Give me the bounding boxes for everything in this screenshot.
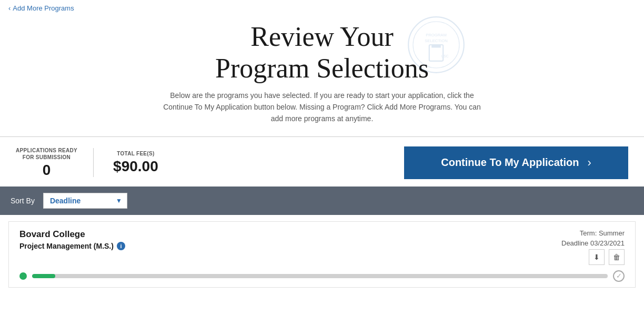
fee-value: $90.00 xyxy=(109,158,162,175)
heading-area: PROGRAM SELECTION USC Review Your Progra… xyxy=(0,16,644,134)
download-button[interactable]: ⬇ xyxy=(589,249,605,265)
progress-dot xyxy=(19,272,27,280)
ready-value: 0 xyxy=(16,162,77,179)
title-line1: Review Your xyxy=(250,22,394,52)
subtitle-content: Below are the programs you have selected… xyxy=(163,91,481,123)
add-more-programs-link[interactable]: ‹ Add More Programs xyxy=(8,4,74,12)
card-top: Bovard College Project Management (M.S.)… xyxy=(19,229,625,265)
stats-bar: APPLICATIONS READY FOR SUBMISSION 0 TOTA… xyxy=(0,139,644,187)
progress-track xyxy=(32,274,608,278)
program-name: Project Management (M.S.) i xyxy=(19,242,125,250)
program-term: Term: Summer xyxy=(561,229,625,237)
sort-select[interactable]: Deadline College Name Program Name xyxy=(43,193,127,209)
sort-bar: Sort By Deadline College Name Program Na… xyxy=(0,187,644,215)
program-deadline: Deadline 03/23/2021 xyxy=(561,239,625,247)
program-name-text: Project Management (M.S.) xyxy=(19,242,114,250)
cta-button-label: Continue To My Application xyxy=(441,156,579,169)
card-actions: ⬇ 🗑 xyxy=(561,249,625,265)
cta-chevron-icon: › xyxy=(587,156,591,170)
title-line2: Program Selections xyxy=(215,53,429,83)
delete-button[interactable]: 🗑 xyxy=(609,249,625,265)
download-icon: ⬇ xyxy=(593,253,600,261)
ready-label: APPLICATIONS READY FOR SUBMISSION xyxy=(16,147,77,161)
sort-by-label: Sort By xyxy=(11,197,35,205)
program-info-icon[interactable]: i xyxy=(117,242,125,250)
sort-select-wrapper: Deadline College Name Program Name xyxy=(43,193,127,209)
add-more-label: Add More Programs xyxy=(13,4,74,12)
card-right: Term: Summer Deadline 03/23/2021 ⬇ 🗑 xyxy=(561,229,625,265)
progress-fill xyxy=(32,274,55,278)
applications-ready-stat: APPLICATIONS READY FOR SUBMISSION 0 xyxy=(16,147,77,179)
top-bar: ‹ Add More Programs xyxy=(0,0,644,16)
college-name: Bovard College xyxy=(19,229,125,240)
delete-icon: 🗑 xyxy=(613,253,620,261)
chevron-left-icon: ‹ xyxy=(8,4,11,12)
total-fees-stat: TOTAL FEE(S) $90.00 xyxy=(109,150,162,175)
section-divider xyxy=(0,136,644,137)
stat-divider xyxy=(93,148,94,177)
program-card: Bovard College Project Management (M.S.)… xyxy=(8,221,636,288)
fee-label: TOTAL FEE(S) xyxy=(109,150,162,157)
card-left: Bovard College Project Management (M.S.)… xyxy=(19,229,125,250)
progress-area: ✓ xyxy=(19,270,625,282)
continue-application-button[interactable]: Continue To My Application › xyxy=(404,146,628,179)
card-meta: Term: Summer Deadline 03/23/2021 xyxy=(561,229,625,247)
progress-check-icon: ✓ xyxy=(613,270,625,282)
subtitle-text: Below are the programs you have selected… xyxy=(159,90,485,125)
page-title: Review Your Program Selections xyxy=(11,21,633,84)
